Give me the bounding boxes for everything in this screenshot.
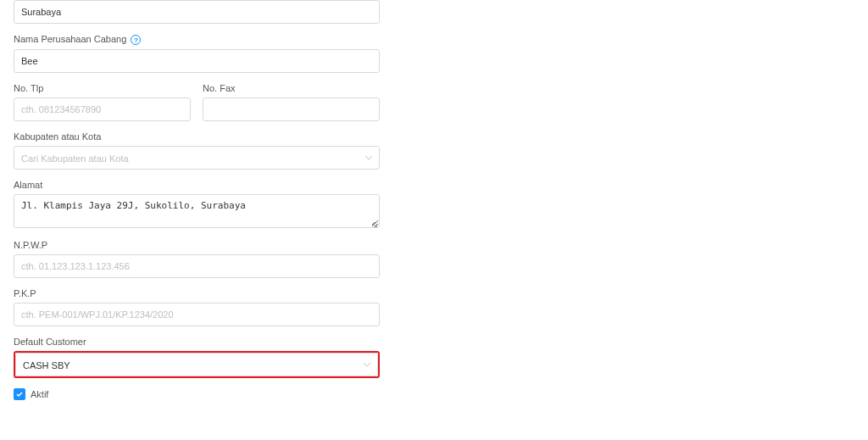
npwp-label: N.P.W.P (14, 240, 380, 250)
field-top-group (14, 0, 380, 24)
no-tlp-input[interactable] (14, 97, 191, 121)
npwp-group: N.P.W.P (14, 240, 380, 278)
no-tlp-label: No. Tlp (14, 83, 191, 93)
alamat-group: Alamat (14, 180, 380, 230)
kabupaten-placeholder: Cari Kabupaten atau Kota (14, 146, 380, 170)
aktif-label: Aktif (31, 389, 48, 399)
default-customer-value: CASH SBY (15, 353, 378, 376)
kabupaten-group: Kabupaten atau Kota Cari Kabupaten atau … (14, 131, 380, 170)
default-customer-group: Default Customer CASH SBY (14, 337, 380, 378)
nama-cabang-group: Nama Perusahaan Cabang ? (14, 34, 380, 73)
pkp-group: P.K.P (14, 288, 380, 326)
info-icon[interactable]: ? (131, 35, 141, 45)
pkp-input[interactable] (14, 303, 380, 326)
aktif-checkbox-row[interactable]: Aktif (14, 388, 380, 400)
alamat-textarea[interactable] (14, 194, 380, 228)
pkp-label: P.K.P (14, 288, 380, 298)
default-customer-select[interactable]: CASH SBY (14, 351, 380, 378)
no-fax-group: No. Fax (203, 83, 380, 121)
no-fax-label: No. Fax (203, 83, 380, 93)
kabupaten-select[interactable]: Cari Kabupaten atau Kota (14, 146, 380, 170)
field-top-input[interactable] (14, 0, 380, 24)
nama-cabang-label: Nama Perusahaan Cabang ? (14, 34, 380, 45)
alamat-label: Alamat (14, 180, 380, 190)
checkbox-checked-icon (14, 388, 25, 400)
npwp-input[interactable] (14, 254, 380, 278)
no-fax-input[interactable] (203, 97, 380, 121)
nama-cabang-input[interactable] (14, 49, 380, 73)
footer-actions: Batal Simpan (14, 424, 854, 440)
no-tlp-group: No. Tlp (14, 83, 191, 121)
default-customer-label: Default Customer (14, 337, 380, 347)
kabupaten-label: Kabupaten atau Kota (14, 131, 380, 142)
nama-cabang-label-text: Nama Perusahaan Cabang (14, 34, 126, 44)
